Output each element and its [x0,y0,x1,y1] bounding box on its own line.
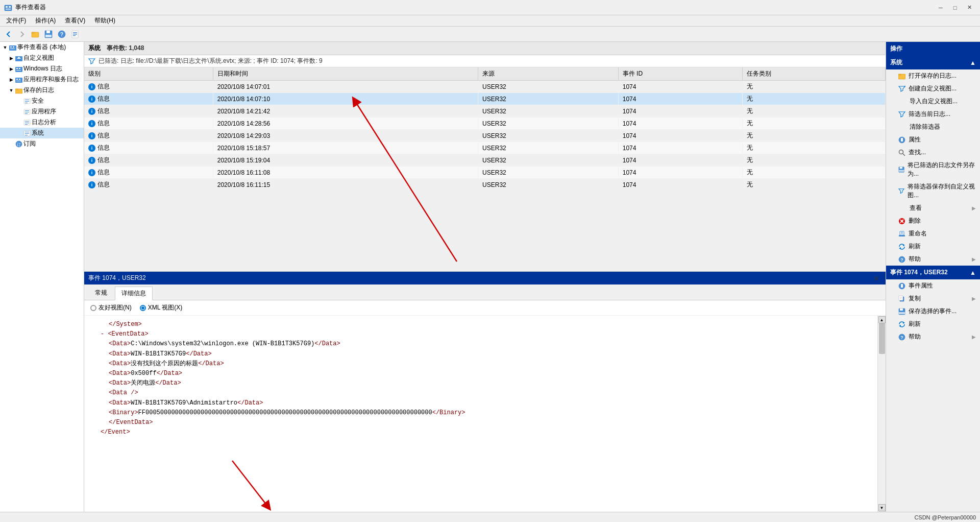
svg-text:订: 订 [17,142,21,147]
forward-button[interactable] [16,29,28,40]
action-open-saved[interactable]: 打开保存的日志... [886,69,980,82]
back-button[interactable] [3,29,14,40]
table-row[interactable]: i信息2020/10/8 14:29:03USER321074无 [84,130,886,142]
action-event-help[interactable]: ? 帮助 ▶ [886,330,980,343]
table-row[interactable]: i信息2020/10/8 14:07:01USER321074无 [84,81,886,93]
sidebar-item-appservice[interactable]: ▶ 应用程序和服务日志 [0,74,84,85]
col-source: 来源 [478,67,619,81]
xml-line-8: <Data /> [109,388,869,398]
xml-scroll-area[interactable]: </System> - <EventData> <Data>C:\Windows… [84,316,877,512]
scroll-thumb[interactable] [879,323,885,354]
svg-rect-74 [901,284,903,285]
xml-line-10: <Binary>FF000500000000000000000000000000… [109,408,869,418]
system-section-header: 系统 ▲ [886,56,980,69]
cell-task: 无 [742,93,885,105]
sidebar-item-custom[interactable]: ▶ 自定义视图 [0,53,84,63]
section-collapse-icon[interactable]: ▲ [970,59,976,66]
menu-file[interactable]: 文件(F) [2,15,30,26]
table-row[interactable]: i信息2020/10/8 14:28:56USER321074无 [84,117,886,130]
xml-scrollbar[interactable]: ▲ ▼ [877,316,886,512]
expand-custom[interactable]: ▶ [8,56,14,61]
action-clear-filter[interactable]: 清除筛选器 [886,121,980,133]
sidebar-item-root[interactable]: ▼ 事件查看器 (本地) [0,42,84,53]
action-help[interactable]: ? 帮助 ▶ [886,253,980,266]
sidebar-item-windows[interactable]: ▶ Windows 日志 [0,63,84,74]
scroll-up-button[interactable]: ▲ [878,316,886,323]
action-filter-log[interactable]: 筛选当前日志... [886,108,980,121]
radio-friendly-label: 友好视图(N) [99,303,132,312]
report-button[interactable] [69,29,81,40]
tab-general[interactable]: 常规 [88,286,114,300]
menu-action[interactable]: 操作(A) [31,15,60,26]
open-button[interactable] [30,29,41,40]
action-copy[interactable]: 复制 ▶ [886,292,980,305]
sidebar-item-system[interactable]: 系统 [0,128,84,138]
svg-point-56 [899,150,903,154]
detail-close-button[interactable]: ✕ [871,274,881,282]
event-section-collapse[interactable]: ▲ [970,269,976,276]
expand-appservice[interactable]: ▶ [8,77,14,82]
cell-task: 无 [742,142,885,154]
action-rename[interactable]: 重命名 [886,227,980,240]
table-row[interactable]: i信息2020/10/8 14:07:10USER321074无 [84,93,886,105]
action-save-filter-view[interactable]: 将筛选器保存到自定义视图... [886,180,980,202]
maximize-button[interactable]: □ [948,3,962,13]
menu-help[interactable]: 帮助(H) [90,15,119,26]
action-save-filtered[interactable]: 将已筛选的日志文件另存为... [886,159,980,180]
action-import-custom[interactable]: 导入自定义视图... [886,95,980,108]
cell-task: 无 [742,130,885,142]
scroll-track [878,323,886,504]
xml-line-3: <Data>C:\Windows\system32\winlogon.exe (… [109,339,869,349]
expand-saved[interactable]: ▼ [8,88,14,93]
close-button[interactable]: ✕ [963,3,976,13]
action-view[interactable]: 查看 ▶ [886,202,980,215]
xml-line-5: <Data>没有找到这个原因的标题</Data> [109,359,869,369]
filter-text: 已筛选: 日志: file://D:\最新下载\日志文件\系统.evtx; 来源… [99,57,323,65]
sidebar-item-security[interactable]: 安全 [0,96,84,106]
expand-security[interactable] [16,99,22,104]
action-event-refresh[interactable]: 刷新 [886,318,980,330]
sidebar-label-saved: 保存的日志 [23,86,54,94]
tab-details[interactable]: 详细信息 [115,287,153,300]
action-properties[interactable]: 属性 [886,133,980,146]
cell-datetime: 2020/10/8 14:29:03 [213,130,478,142]
action-event-refresh-label: 刷新 [909,320,921,328]
system-actions-section: 系统 ▲ 打开保存的日志... + 创建自定义视图... 导入自定义视图... … [886,56,980,266]
action-save-event[interactable]: 保存选择的事件... [886,305,980,318]
minimize-button[interactable]: ─ [934,3,947,13]
table-row[interactable]: i信息2020/10/8 16:11:15USER321074无 [84,179,886,191]
col-task: 任务类别 [742,67,885,81]
save-button[interactable] [43,29,54,40]
table-row[interactable]: i信息2020/10/8 15:18:57USER321074无 [84,142,886,154]
copy-submenu-arrow: ▶ [972,296,976,301]
action-delete[interactable]: 删除 [886,215,980,227]
expand-root[interactable]: ▼ [2,45,8,50]
expand-windows[interactable]: ▶ [8,66,14,72]
create-filter-icon: + [898,85,905,92]
table-row[interactable]: i信息2020/10/8 15:19:04USER321074无 [84,154,886,167]
sidebar-item-subscribe[interactable]: 订 订阅 [0,138,84,149]
radio-xml[interactable]: XML 视图(X) [140,303,183,312]
sidebar-item-saved[interactable]: ▼ 保存的日志 [0,85,84,96]
radio-friendly[interactable]: 友好视图(N) [90,303,132,312]
event-refresh-icon [898,321,905,328]
svg-rect-55 [901,138,903,139]
table-row[interactable]: i信息2020/10/8 14:21:42USER321074无 [84,105,886,117]
action-find[interactable]: 查找... [886,146,980,159]
sidebar-item-app[interactable]: 应用程序 [0,106,84,117]
svg-rect-8 [45,35,52,37]
xml-line-6: <Data>0x500ff</Data> [109,369,869,378]
event-help-icon: ? [898,334,905,341]
action-event-props[interactable]: 事件属性 [886,279,980,292]
action-refresh[interactable]: 刷新 [886,240,980,253]
cell-datetime: 2020/10/8 15:18:57 [213,142,478,154]
menu-view[interactable]: 查看(V) [61,15,89,26]
title-bar-controls: ─ □ ✕ [934,3,976,13]
scroll-down-button[interactable]: ▼ [878,504,886,511]
help-button[interactable]: ? [56,29,67,40]
save-event-icon [898,308,905,315]
svg-marker-83 [899,325,901,327]
table-row[interactable]: i信息2020/10/8 16:11:08USER321074无 [84,167,886,179]
action-create-custom[interactable]: + 创建自定义视图... [886,82,980,95]
sidebar-item-loganalysis[interactable]: 日志分析 [0,117,84,128]
